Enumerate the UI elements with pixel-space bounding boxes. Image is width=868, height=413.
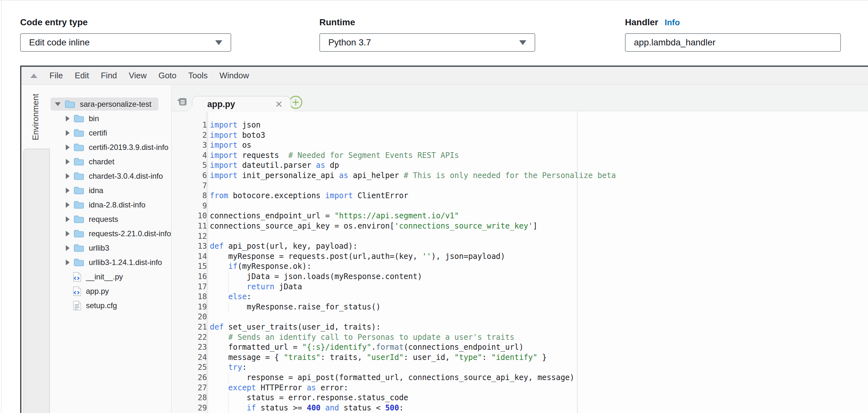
gutter-line-number[interactable]: 24 bbox=[172, 353, 207, 363]
code-entry-type-select[interactable]: Edit code inline bbox=[20, 33, 231, 52]
gutter-line-number[interactable]: 16 bbox=[172, 272, 207, 282]
gutter-line-number[interactable]: 15 bbox=[172, 262, 207, 272]
gutter-line-number[interactable]: 20 bbox=[172, 312, 207, 322]
menu-find[interactable]: Find bbox=[101, 71, 117, 81]
gutter-line-number[interactable]: 21 bbox=[172, 322, 207, 332]
gutter-line-number[interactable]: 29 bbox=[172, 403, 207, 413]
tree-item-setup-cfg[interactable]: setup.cfg bbox=[51, 298, 124, 313]
gutter-line-number[interactable]: 3 bbox=[172, 140, 207, 151]
code-line-24: message = { "traits": traits, "userId": … bbox=[210, 353, 547, 363]
tree-item-certifi[interactable]: certifi bbox=[51, 126, 114, 140]
gutter-line-number[interactable]: 4 bbox=[172, 151, 207, 161]
caret-right-icon[interactable] bbox=[66, 245, 70, 251]
caret-right-icon[interactable] bbox=[66, 173, 70, 179]
folder-icon bbox=[73, 143, 84, 151]
tree-item-certifi-2019-3-9-dist-info[interactable]: certifi-2019.3.9.dist-info bbox=[51, 140, 175, 154]
folder-icon bbox=[64, 100, 75, 108]
tree-item-label: requests-2.21.0.dist-info bbox=[89, 229, 171, 238]
gutter-line-number[interactable]: 22 bbox=[172, 332, 207, 343]
gutter-line-number[interactable]: 25 bbox=[172, 362, 207, 373]
menu-edit[interactable]: Edit bbox=[75, 71, 89, 81]
tree-item-label: bin bbox=[89, 114, 99, 123]
tree-row: chardet bbox=[51, 155, 121, 168]
gutter-line-number[interactable]: 6 bbox=[172, 171, 207, 181]
tree-item-app-py[interactable]: app.py bbox=[51, 284, 116, 298]
handler-input[interactable] bbox=[626, 34, 840, 51]
tree-item-label: requests bbox=[89, 215, 118, 224]
tree-item-idna-2-8-dist-info[interactable]: idna-2.8.dist-info bbox=[51, 198, 152, 212]
handler-info-link[interactable]: Info bbox=[664, 18, 680, 28]
menu-tools[interactable]: Tools bbox=[188, 71, 208, 81]
gutter-line-number[interactable]: 1 bbox=[172, 120, 207, 130]
caret-right-icon[interactable] bbox=[66, 159, 70, 165]
file-tree: sara-personalize-testbincertificertifi-2… bbox=[50, 85, 172, 413]
python-file-icon bbox=[73, 272, 82, 282]
tree-item-urllib3[interactable]: urllib3 bbox=[51, 241, 116, 255]
caret-right-icon[interactable] bbox=[66, 216, 70, 222]
caret-right-icon[interactable] bbox=[66, 145, 70, 150]
caret-right-icon[interactable] bbox=[66, 188, 70, 194]
gutter-line-number[interactable]: 18 bbox=[172, 292, 207, 302]
tree-row: urllib3-1.24.1.dist-info bbox=[51, 256, 169, 269]
gutter-line-number[interactable]: 8 bbox=[172, 191, 207, 201]
gutter-line-number[interactable]: 11 bbox=[172, 221, 207, 231]
code-line-10: connections_endpoint_url = "https://api.… bbox=[210, 211, 459, 221]
gutter-line-number[interactable]: 27 bbox=[172, 383, 207, 393]
tree-item--init-py[interactable]: __init__.py bbox=[51, 269, 130, 284]
gutter-line-number[interactable]: 10 bbox=[172, 211, 207, 221]
gutter-line-number[interactable]: 28 bbox=[172, 393, 207, 403]
caret-right-icon[interactable] bbox=[66, 231, 70, 237]
folder-icon bbox=[73, 229, 84, 238]
gutter-line-number[interactable]: 23 bbox=[172, 342, 207, 353]
code-entry-type-label: Code entry type bbox=[20, 17, 88, 28]
runtime-select[interactable]: Python 3.7 bbox=[319, 33, 535, 52]
gutter-line-number[interactable]: 19 bbox=[172, 302, 207, 312]
tree-item-requests-2-21-0-dist-info[interactable]: requests-2.21.0.dist-info bbox=[51, 226, 178, 241]
gutter-line-number[interactable]: 7 bbox=[172, 181, 207, 191]
tab-list-icon[interactable] bbox=[177, 97, 187, 108]
gutter-line-number[interactable]: 2 bbox=[172, 130, 207, 141]
tree-item-requests[interactable]: requests bbox=[51, 212, 125, 226]
gutter-line-number[interactable]: 13 bbox=[172, 241, 207, 252]
folder-icon bbox=[73, 243, 84, 252]
tree-item-chardet[interactable]: chardet bbox=[51, 154, 121, 169]
folder-icon bbox=[73, 258, 84, 267]
handler-label: Handler Info bbox=[625, 17, 680, 28]
tree-item-urllib3-1-24-1-dist-info[interactable]: urllib3-1.24.1.dist-info bbox=[51, 255, 169, 269]
caret-right-icon[interactable] bbox=[66, 260, 70, 265]
gutter-line-number[interactable]: 9 bbox=[172, 201, 207, 211]
tree-item-label: __init__.py bbox=[86, 272, 123, 281]
code-line-28: status = error.response.status_code bbox=[210, 393, 408, 403]
caret-right-icon[interactable] bbox=[66, 130, 70, 136]
folder-icon bbox=[73, 215, 84, 224]
caret-right-icon[interactable] bbox=[66, 116, 70, 121]
code-line-4: import requests # Needed for Segment Eve… bbox=[210, 151, 459, 161]
gutter-line-number[interactable]: 12 bbox=[172, 231, 207, 242]
caret-down-icon[interactable] bbox=[55, 102, 61, 106]
gutter-line-number[interactable]: 5 bbox=[172, 160, 207, 171]
tree-row: __init__.py bbox=[51, 270, 130, 283]
tree-item-label: certifi-2019.3.9.dist-info bbox=[89, 143, 168, 152]
gutter-line-number[interactable]: 17 bbox=[172, 282, 207, 292]
code-line-1: import json bbox=[210, 120, 260, 130]
close-icon[interactable]: ✕ bbox=[275, 99, 283, 110]
gutter-line-number[interactable]: 26 bbox=[172, 373, 207, 383]
code-editor-surface[interactable]: 1234567891011121314151617181920212223242… bbox=[172, 111, 868, 413]
tree-item-label: app.py bbox=[86, 287, 109, 296]
tab-app-py[interactable]: app.py ✕ bbox=[192, 96, 291, 112]
collapse-menu-icon[interactable] bbox=[30, 73, 37, 78]
indent-guide bbox=[228, 283, 229, 292]
tree-item-bin[interactable]: bin bbox=[51, 111, 106, 126]
menu-goto[interactable]: Goto bbox=[158, 71, 176, 81]
menu-window[interactable]: Window bbox=[219, 71, 249, 81]
gutter-line-number[interactable]: 14 bbox=[172, 252, 207, 262]
sidebar-tab-environment[interactable]: Environment bbox=[21, 85, 50, 149]
code-line-21: def set_user_traits(user_id, traits): bbox=[210, 322, 381, 332]
tree-item-sara-personalize-test[interactable]: sara-personalize-test bbox=[51, 97, 158, 111]
menu-view[interactable]: View bbox=[129, 71, 147, 81]
tree-item-chardet-3-0-4-dist-info[interactable]: chardet-3.0.4.dist-info bbox=[51, 169, 170, 183]
caret-right-icon[interactable] bbox=[66, 202, 70, 208]
menu-file[interactable]: File bbox=[50, 71, 63, 81]
code-entry-type-label-text: Code entry type bbox=[20, 17, 88, 28]
tree-item-idna[interactable]: idna bbox=[51, 183, 110, 198]
